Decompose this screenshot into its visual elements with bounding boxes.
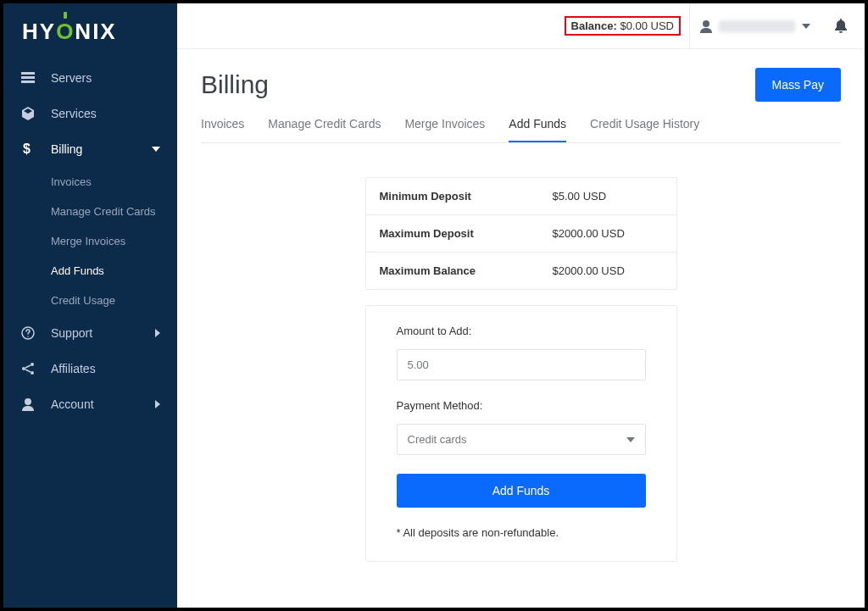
svg-point-9 [31,371,34,375]
tabs: Invoices Manage Credit Cards Merge Invoi… [201,117,841,143]
payment-method-label: Payment Method: [397,399,646,412]
limit-row: Maximum Balance $2000.00 USD [366,252,676,289]
user-name-redacted [719,20,795,32]
svg-rect-2 [21,76,35,79]
page-head: Billing Mass Pay [201,68,841,102]
payment-method-select[interactable]: Credit cards [397,424,646,455]
tab-credit-usage-history[interactable]: Credit Usage History [590,117,699,142]
balance-label: Balance: [571,19,617,32]
limit-key: Minimum Deposit [380,190,553,203]
add-funds-button[interactable]: Add Funds [397,474,646,508]
sidebar-item-affiliates[interactable]: Affiliates [3,351,177,386]
logo-accent: O [56,19,75,45]
content: Billing Mass Pay Invoices Manage Credit … [177,49,865,580]
dollar-icon: $ [20,142,36,156]
chevron-down-icon [152,147,160,152]
limit-key: Maximum Balance [380,264,553,277]
limit-row: Minimum Deposit $5.00 USD [366,178,676,214]
sidebar-item-label: Support [51,326,92,340]
sidebar: HYONIX Servers Services $ Billing Invoic… [3,3,177,608]
bell-icon [834,19,848,34]
svg-text:$: $ [23,142,31,156]
sidebar-item-billing[interactable]: $ Billing [3,131,177,167]
limits-panel: Minimum Deposit $5.00 USD Maximum Deposi… [365,177,677,290]
tab-merge-invoices[interactable]: Merge Invoices [404,117,485,142]
chevron-right-icon [155,329,160,337]
limit-value: $2000.00 USD [553,227,663,240]
amount-input[interactable] [397,349,646,380]
user-icon [20,397,36,411]
notifications-button[interactable] [824,19,858,34]
sidebar-item-label: Billing [51,142,82,156]
user-dropdown[interactable] [689,3,821,48]
nav: Servers Services $ Billing Invoices Mana… [3,60,177,422]
sidebar-item-servers[interactable]: Servers [3,60,177,96]
add-funds-form: Amount to Add: Payment Method: Credit ca… [365,305,677,562]
topbar: Balance: $0.00 USD [177,3,865,49]
sidebar-item-label: Account [51,397,94,411]
chevron-down-icon [802,24,810,29]
sidebar-item-label: Affiliates [51,362,96,375]
sub-item-add-funds[interactable]: Add Funds [3,256,177,286]
sidebar-item-services[interactable]: Services [3,96,177,131]
svg-point-11 [703,20,709,27]
svg-point-8 [22,367,25,370]
user-icon [700,19,712,33]
billing-submenu: Invoices Manage Credit Cards Merge Invoi… [3,167,177,315]
logo-pre: HY [22,19,56,45]
sub-item-invoices[interactable]: Invoices [3,167,177,197]
limit-key: Maximum Deposit [380,227,553,240]
share-icon [20,362,36,375]
svg-rect-0 [64,12,67,19]
sub-item-manage-cards[interactable]: Manage Credit Cards [3,197,177,226]
sidebar-item-label: Servers [51,71,92,85]
limit-row: Maximum Deposit $2000.00 USD [366,214,676,252]
refund-note: * All deposits are non-refundable. [397,526,646,539]
svg-point-6 [27,336,28,336]
amount-label: Amount to Add: [397,325,646,337]
servers-icon [20,72,36,84]
logo-post: NIX [75,19,116,45]
sub-item-merge-invoices[interactable]: Merge Invoices [3,226,177,256]
sidebar-item-account[interactable]: Account [3,386,177,422]
balance-badge: Balance: $0.00 USD [565,16,681,36]
limit-value: $2000.00 USD [553,264,663,277]
balance-value: $0.00 USD [620,19,674,32]
page-title: Billing [201,70,269,99]
tab-add-funds[interactable]: Add Funds [509,117,566,142]
sidebar-item-label: Services [51,107,97,120]
sidebar-item-support[interactable]: Support [3,315,177,351]
svg-rect-1 [21,72,35,75]
chevron-right-icon [155,400,160,408]
svg-rect-3 [21,81,35,83]
tab-invoices[interactable]: Invoices [201,117,244,142]
svg-point-7 [31,363,34,366]
mass-pay-button[interactable]: Mass Pay [755,68,841,102]
help-icon [20,326,36,340]
svg-point-10 [25,398,31,405]
logo[interactable]: HYONIX [3,14,177,60]
limit-value: $5.00 USD [553,190,663,203]
sub-item-credit-usage[interactable]: Credit Usage [3,286,177,315]
main: Balance: $0.00 USD Billing Mass Pay Invo… [177,3,865,608]
cube-icon [20,107,36,120]
tab-manage-cards[interactable]: Manage Credit Cards [268,117,381,142]
